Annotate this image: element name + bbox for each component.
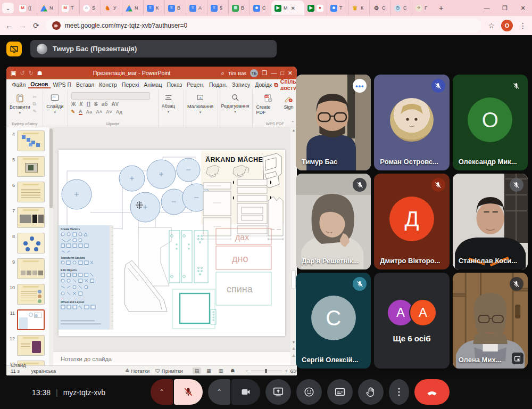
sign-button[interactable]: P Sign [284,92,294,110]
clear-format-button[interactable]: Ад [116,109,122,114]
notes-toggle[interactable]: ≙ Нотатки [125,368,149,374]
format-painter-icon[interactable]: ✎ [33,109,37,114]
stop-presenting-button[interactable] [6,42,22,56]
comments-toggle[interactable]: 🗨 Примітки [155,368,182,374]
slideshow-view-button[interactable]: ☗ [228,367,237,374]
url-field[interactable]: meet.google.com/myz-tqtz-xvb?authuser=0 [46,19,482,32]
ribbon-display-icon[interactable]: ❒ [262,70,267,76]
paste-button[interactable]: Вставити▾ [10,92,30,115]
browser-tab[interactable]: ≡А [186,1,207,15]
slides-panel-scrollbar[interactable] [49,127,53,365]
raise-hand-button[interactable] [358,379,384,405]
tab-transitions[interactable]: Перехі [119,81,141,88]
create-pdf-button[interactable]: PDF Create PDF [256,92,281,115]
captions-button[interactable] [327,379,353,405]
collapse-ribbon-icon[interactable]: ⌃ [290,120,295,126]
slide-thumbnail-row[interactable]: 11 [9,309,49,330]
drawing-button[interactable]: A Малювання▾ [187,92,213,114]
participant-tile-dmytro[interactable]: Д Дмитро Вікторо... [374,174,449,269]
paragraph-button[interactable]: Абзац▾ [162,92,175,114]
bookmark-star-icon[interactable]: ☆ [488,21,495,30]
browser-tab[interactable]: ◷С [391,1,412,15]
slide-thumbnail-row[interactable]: 12 [9,335,49,356]
zoom-out-icon[interactable]: − [245,368,248,374]
window-minimize-button[interactable]: — [478,1,496,15]
font-color-button[interactable]: А [79,109,82,115]
cut-icon[interactable]: ✂ [33,94,37,100]
browser-tab[interactable]: ⌂S [80,1,101,15]
browser-tab[interactable]: ≡К [144,1,165,15]
reload-icon[interactable]: ⟳ [33,21,39,30]
scrollbar-thumb[interactable] [292,270,296,289]
mic-mute-button[interactable] [174,379,203,405]
italic-button[interactable]: К [80,101,83,107]
tab-animations[interactable]: Анімац [142,81,164,88]
participant-tile-overflow[interactable]: A A Ще 6 осіб [374,273,449,369]
participant-tile-oleksandr[interactable]: О Олександр Мик... [453,75,528,170]
camera-button[interactable] [231,379,260,405]
reading-view-button[interactable]: ▥ [217,367,226,374]
participant-tile-daria[interactable]: Дар'я Решетнік... [296,174,371,269]
tab-search-button[interactable]: ⌄ [2,3,14,13]
slideshow-icon[interactable]: ☗ [37,70,43,76]
browser-tab-recording[interactable]: ▶● [304,1,327,15]
ppt-close-icon[interactable]: ✕ [288,70,293,76]
shadow-button[interactable]: аб [102,101,108,107]
save-icon[interactable]: ▣ [11,70,16,76]
close-tab-icon[interactable]: ✕ [291,5,295,11]
normal-view-button[interactable]: ▤ [193,367,202,374]
browser-tab[interactable]: ≡5 [207,1,229,15]
browser-tab[interactable]: N [122,1,144,15]
sorter-view-button[interactable]: ▦ [204,367,213,374]
tab-help[interactable]: Довідк [253,81,275,88]
forward-icon[interactable]: → [19,21,27,30]
browser-tab[interactable]: M(( [16,1,37,15]
browser-tab[interactable]: ≡В [165,1,186,15]
end-call-button[interactable] [414,379,450,405]
new-slide-button[interactable]: Слайди▾ [46,92,63,114]
browser-tab[interactable]: ♛К [348,1,370,15]
copy-icon[interactable]: ⧉ [33,101,37,107]
back-icon[interactable]: ← [5,21,13,30]
new-tab-button[interactable]: + [434,4,448,12]
participant-tile-serhii[interactable]: С Сергій Олексій... [296,273,371,369]
tab-slideshow[interactable]: Показ [164,81,185,88]
tab-insert[interactable]: Вставл [73,81,96,88]
notes-area[interactable]: Нотатки до слайда [53,351,290,365]
tab-review[interactable]: Рецен. [185,81,207,88]
browser-tab[interactable]: ⊞В [229,1,250,15]
participant-tile-olena[interactable]: Олена Мих... [453,273,528,369]
tab-record[interactable]: Запису [229,81,252,88]
participant-tile-roman[interactable]: Роман Островс... [374,75,449,170]
grow-font-button[interactable]: А˄ [96,109,102,114]
font-name-select[interactable] [71,92,150,100]
profile-avatar[interactable]: O [501,20,513,31]
browser-tab[interactable]: ✈Г [412,1,434,15]
window-restore-button[interactable]: ❐ [496,1,514,15]
tab-view[interactable]: Подан. [207,81,230,88]
zoom-level[interactable]: 63% [290,368,297,374]
picture-in-picture-icon[interactable] [512,353,523,364]
participant-tile-tymur[interactable]: ••• Тимур Бас [296,75,371,170]
zoom-slider[interactable] [251,371,282,371]
camera-options-chevron[interactable]: ⌃ [208,379,230,405]
browser-tab-active-meet[interactable]: ▶M✕ [271,1,304,15]
present-button[interactable] [265,379,291,405]
participant-tile-stanislav[interactable]: Станіслав Коси... [453,174,528,269]
slide-thumbnail-row[interactable]: 7 [9,207,49,228]
slide-thumbnail-row[interactable]: 9 [9,258,49,279]
slide-thumbnail-row[interactable]: 10 [9,284,49,305]
browser-tab[interactable]: ☻С [250,1,271,15]
window-close-button[interactable]: ✕ [514,1,532,15]
strikethrough-button[interactable]: S [94,101,98,107]
browser-tab[interactable]: ☻Т [327,1,348,15]
browser-menu-icon[interactable]: ⋮ [519,21,527,30]
share-button[interactable]: ⧉Спільний доступ [274,78,297,91]
ppt-minimize-icon[interactable]: — [271,70,277,76]
tab-file[interactable]: Файл [10,81,28,88]
language-indicator[interactable]: українська [31,368,56,374]
undo-icon[interactable]: ↺ [20,70,24,76]
change-case-button[interactable]: Аа [86,109,93,114]
slide-thumbnail-row[interactable]: 6 [9,182,49,202]
presenter-pill[interactable]: Тимур Бас (Презентація) [30,40,277,58]
